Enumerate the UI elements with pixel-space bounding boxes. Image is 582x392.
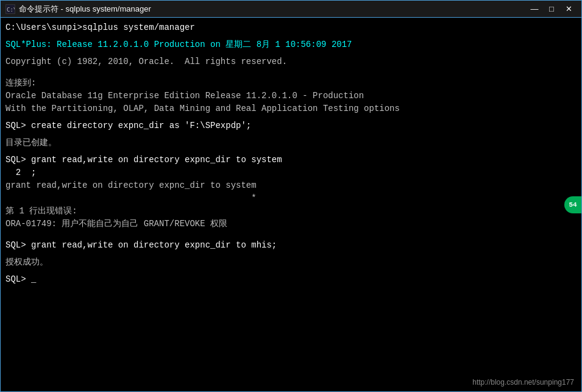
minimize-button[interactable]: — <box>527 3 542 15</box>
terminal-line: 目录已创建。 <box>5 137 577 149</box>
terminal-line <box>5 132 577 137</box>
terminal-line: SQL> grant read,write on directory expnc… <box>5 239 577 252</box>
terminal-line <box>5 51 577 55</box>
terminal-line: SQL> create directory expnc_dir as 'F:\S… <box>5 119 577 132</box>
terminal-line: * <box>5 192 577 205</box>
terminal-line: ORA-01749: 用户不能自己为自己 GRANT/REVOKE 权限 <box>5 218 577 230</box>
terminal-line <box>5 149 577 154</box>
terminal-window: C:\ 命令提示符 - sqlplus system/manager — □ ✕… <box>0 0 582 392</box>
terminal-line <box>5 73 577 77</box>
maximize-button[interactable]: □ <box>544 3 559 15</box>
side-badge: 54 <box>564 196 581 213</box>
terminal-line: 授权成功。 <box>5 256 577 269</box>
terminal-line: C:\Users\sunpi>sqlplus system/manager <box>5 21 577 34</box>
window-title: 命令提示符 - sqlplus system/manager <box>19 4 151 15</box>
svg-text:C:\: C:\ <box>7 7 15 13</box>
terminal-line <box>5 115 577 119</box>
terminal-content: C:\Users\sunpi>sqlplus system/manager SQ… <box>5 21 577 286</box>
terminal-line <box>5 235 577 239</box>
watermark: http://blog.csdn.net/sunping177 <box>472 378 574 387</box>
terminal-line: 第 1 行出现错误: <box>5 205 577 218</box>
title-bar: C:\ 命令提示符 - sqlplus system/manager — □ ✕ <box>1 1 581 18</box>
terminal-body[interactable]: C:\Users\sunpi>sqlplus system/manager SQ… <box>1 18 581 391</box>
terminal-line <box>5 252 577 256</box>
terminal-line: 2 ; <box>5 166 577 179</box>
title-bar-left: C:\ 命令提示符 - sqlplus system/manager <box>5 4 151 15</box>
terminal-line <box>5 230 577 235</box>
terminal-line: Oracle Database 11g Enterprise Edition R… <box>5 90 577 102</box>
terminal-line: SQL> _ <box>5 273 577 286</box>
terminal-line <box>5 68 577 73</box>
terminal-line <box>5 269 577 273</box>
terminal-line <box>5 34 577 38</box>
terminal-line: grant read,write on directory expnc_dir … <box>5 179 577 192</box>
terminal-line: 连接到: <box>5 77 577 90</box>
window-controls: — □ ✕ <box>527 3 577 15</box>
close-button[interactable]: ✕ <box>561 3 577 15</box>
terminal-line: SQL*Plus: Release 11.2.0.1.0 Production … <box>5 38 577 51</box>
terminal-line: Copyright (c) 1982, 2010, Oracle. All ri… <box>5 55 577 68</box>
cmd-icon: C:\ <box>5 4 15 14</box>
terminal-line: SQL> grant read,write on directory expnc… <box>5 154 577 166</box>
terminal-line: With the Partitioning, OLAP, Data Mining… <box>5 102 577 115</box>
